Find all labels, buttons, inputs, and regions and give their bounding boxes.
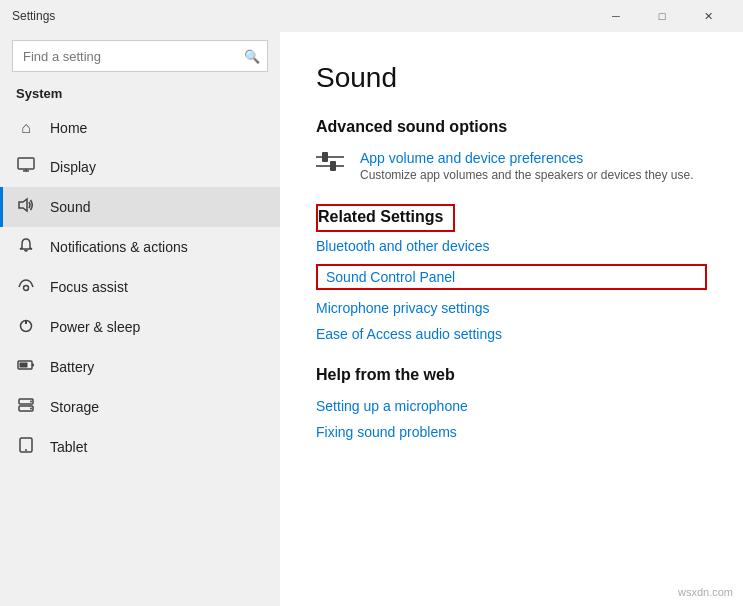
app-volume-item: App volume and device preferences Custom… [316,150,707,184]
sidebar-item-label: Sound [50,199,264,215]
maximize-button[interactable]: □ [639,0,685,32]
sidebar-item-storage[interactable]: Storage [0,387,280,427]
power-icon [16,317,36,337]
sidebar-item-power[interactable]: Power & sleep [0,307,280,347]
sound-icon [16,197,36,217]
search-icon: 🔍 [244,49,260,64]
display-icon [16,157,36,177]
sound-control-panel-link[interactable]: Sound Control Panel [326,269,455,285]
battery-icon [16,357,36,377]
tablet-icon [16,437,36,457]
app-volume-desc: Customize app volumes and the speakers o… [360,168,694,182]
title-bar: Settings ─ □ ✕ [0,0,743,32]
sidebar-item-label: Display [50,159,264,175]
window-title: Settings [12,9,55,23]
bluetooth-link[interactable]: Bluetooth and other devices [316,238,707,254]
sidebar-item-sound[interactable]: Sound [0,187,280,227]
svg-rect-0 [18,158,34,169]
sidebar-item-battery[interactable]: Battery [0,347,280,387]
svg-marker-3 [19,199,27,211]
close-button[interactable]: ✕ [685,0,731,32]
window-controls: ─ □ ✕ [593,0,731,32]
svg-rect-9 [20,363,28,368]
minimize-button[interactable]: ─ [593,0,639,32]
svg-point-13 [30,408,32,410]
sidebar: 🔍 System ⌂ Home Display Sound Notificati… [0,32,280,606]
search-box: 🔍 [12,40,268,72]
related-settings-links: Bluetooth and other devices Sound Contro… [316,238,707,342]
fix-sound-link[interactable]: Fixing sound problems [316,424,707,440]
app-volume-link[interactable]: App volume and device preferences [360,150,694,166]
home-icon: ⌂ [16,119,36,137]
storage-icon [16,397,36,417]
sidebar-item-label: Storage [50,399,264,415]
sidebar-item-home[interactable]: ⌂ Home [0,109,280,147]
microphone-privacy-link[interactable]: Microphone privacy settings [316,300,707,316]
sidebar-item-label: Notifications & actions [50,239,264,255]
sidebar-section-header: System [0,80,280,109]
svg-point-4 [24,286,29,291]
main-window: 🔍 System ⌂ Home Display Sound Notificati… [0,32,743,606]
notifications-icon [16,237,36,257]
content-area: Sound Advanced sound options App volume … [280,32,743,606]
advanced-section-title: Advanced sound options [316,118,707,136]
sidebar-item-notifications[interactable]: Notifications & actions [0,227,280,267]
sidebar-item-tablet[interactable]: Tablet [0,427,280,467]
setup-microphone-link[interactable]: Setting up a microphone [316,398,707,414]
help-links: Setting up a microphone Fixing sound pro… [316,398,707,440]
svg-rect-8 [32,364,34,367]
sidebar-item-focus[interactable]: Focus assist [0,267,280,307]
app-volume-icon [316,152,348,184]
sidebar-item-label: Power & sleep [50,319,264,335]
svg-point-15 [25,449,27,451]
sidebar-item-label: Tablet [50,439,264,455]
sidebar-item-display[interactable]: Display [0,147,280,187]
sidebar-item-label: Battery [50,359,264,375]
related-settings-title: Related Settings [318,208,443,226]
focus-icon [16,277,36,297]
search-input[interactable] [12,40,268,72]
svg-point-12 [30,401,32,403]
app-volume-text: App volume and device preferences Custom… [360,150,694,182]
help-section-title: Help from the web [316,366,707,384]
sidebar-item-label: Focus assist [50,279,264,295]
ease-of-access-link[interactable]: Ease of Access audio settings [316,326,707,342]
sidebar-item-label: Home [50,120,264,136]
page-title: Sound [316,62,707,94]
watermark: wsxdn.com [678,586,733,598]
